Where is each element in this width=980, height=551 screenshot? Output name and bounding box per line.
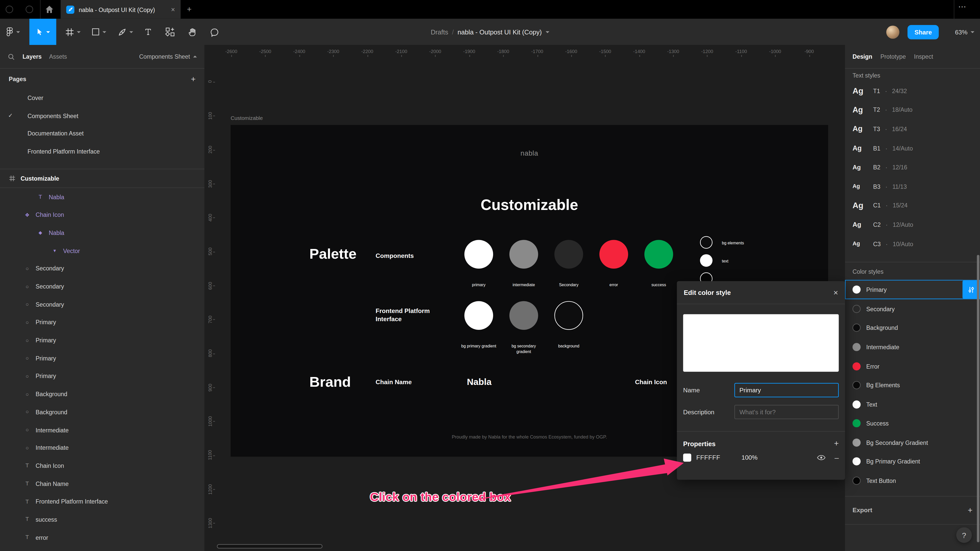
main-menu-button[interactable] xyxy=(6,19,20,45)
swatch-label[interactable]: bg elements xyxy=(722,240,744,245)
layer-list-item[interactable]: T Nabla xyxy=(0,188,204,206)
window-control-icon[interactable] xyxy=(6,6,13,13)
palette-section-title[interactable]: Palette xyxy=(309,245,356,262)
swatch-label[interactable]: bg secondary gradient xyxy=(505,343,542,354)
panel-tab[interactable]: Prototype xyxy=(880,53,906,60)
name-input[interactable] xyxy=(735,383,839,397)
text-style-row[interactable]: Ag T3 · 16/24 xyxy=(845,119,980,138)
color-style-row[interactable]: Bg Secondary Gradient xyxy=(845,433,980,452)
page-list-item[interactable]: Cover xyxy=(0,89,204,106)
sheet-title[interactable]: Customizable xyxy=(231,196,828,214)
text-style-row[interactable]: Ag T2 · 18/Auto xyxy=(845,100,980,119)
nabla-logo-text[interactable]: nabla xyxy=(231,149,828,157)
zoom-control[interactable]: 63% xyxy=(955,28,974,35)
window-control-icon[interactable] xyxy=(25,6,33,13)
layer-list-item[interactable]: ○ Primary xyxy=(0,313,204,331)
layer-list-item[interactable]: T error xyxy=(0,528,204,546)
color-swatch-circle[interactable] xyxy=(600,240,628,268)
shape-tool-button[interactable] xyxy=(91,19,107,45)
layer-list-item[interactable]: T Chain Name xyxy=(0,475,204,492)
color-style-row[interactable]: Error xyxy=(845,357,980,376)
page-selector[interactable]: Components Sheet xyxy=(139,53,197,60)
swatch-label[interactable]: intermediate xyxy=(505,282,542,287)
brand-section-title[interactable]: Brand xyxy=(309,373,351,390)
chain-name-label[interactable]: Chain Name xyxy=(375,379,412,386)
color-style-row[interactable]: Primary xyxy=(845,280,980,299)
layer-list-item[interactable]: ○ Primary xyxy=(0,349,204,367)
layer-list-item[interactable]: ▾ Vector xyxy=(0,241,204,259)
hex-value[interactable]: FFFFFF xyxy=(696,454,720,461)
page-list-item[interactable]: Frontend Platform Interface xyxy=(0,143,204,160)
layer-list-item[interactable]: ○ Background xyxy=(0,385,204,403)
layer-list-item[interactable]: ○ Secondary xyxy=(0,260,204,278)
color-style-row[interactable]: Text Button xyxy=(845,471,980,490)
layer-list-item[interactable]: T success xyxy=(0,510,204,528)
share-button[interactable]: Share xyxy=(907,25,939,39)
palette-components-label[interactable]: Components xyxy=(375,252,414,259)
text-style-row[interactable]: Ag C2 · 12/Auto xyxy=(845,215,980,234)
description-input[interactable] xyxy=(735,405,839,419)
swatch-label[interactable]: primary xyxy=(460,282,497,287)
chevron-down-icon[interactable] xyxy=(546,31,549,33)
color-swatch-circle[interactable] xyxy=(554,240,583,268)
text-style-row[interactable]: Ag T1 · 24/32 xyxy=(845,81,980,100)
layer-list-item[interactable]: T Frontend Platform Interface xyxy=(0,492,204,510)
page-list-item[interactable]: Documentation Asset xyxy=(0,124,204,142)
search-icon[interactable] xyxy=(7,53,15,60)
frame-canvas-label[interactable]: Customizable xyxy=(231,115,263,121)
page-list-item[interactable]: ✓ Components Sheet xyxy=(0,106,204,124)
text-style-row[interactable]: Ag C1 · 15/24 xyxy=(845,196,980,215)
add-page-icon[interactable]: + xyxy=(191,75,196,83)
panel-scrollbar[interactable] xyxy=(977,255,980,542)
layer-list-item[interactable]: ○ Intermediate xyxy=(0,439,204,457)
text-style-row[interactable]: Ag B2 · 12/16 xyxy=(845,158,980,177)
add-export-icon[interactable]: + xyxy=(968,507,973,514)
pen-tool-button[interactable] xyxy=(118,19,133,45)
swatch-label[interactable]: error xyxy=(595,282,632,287)
tab-assets[interactable]: Assets xyxy=(49,53,67,60)
swatch-label[interactable]: background xyxy=(550,343,587,349)
color-style-row[interactable]: Bg Primary Gradient xyxy=(845,452,980,471)
layer-list-item[interactable]: ○ Primary xyxy=(0,331,204,349)
layer-list-item[interactable]: ○ Intermediate xyxy=(0,421,204,439)
chain-name-value[interactable]: Nabla xyxy=(467,377,492,387)
text-style-row[interactable]: Ag B3 · 11/13 xyxy=(845,177,980,196)
layer-list-item[interactable]: ◆ Nabla xyxy=(0,224,204,241)
layer-list-item[interactable]: ○ Secondary xyxy=(0,278,204,295)
color-swatch-circle[interactable] xyxy=(554,301,583,330)
layer-list-item[interactable]: ❖ Chain Icon xyxy=(0,206,204,224)
swatch-label[interactable]: text xyxy=(722,259,729,263)
hand-tool-button[interactable] xyxy=(188,19,197,45)
swatch-label[interactable]: bg primary gradient xyxy=(460,343,497,349)
add-property-icon[interactable]: + xyxy=(834,439,839,448)
color-swatch-circle[interactable] xyxy=(700,254,713,267)
color-style-row[interactable]: Intermediate xyxy=(845,338,980,357)
frame-tool-button[interactable] xyxy=(65,19,81,45)
swatch-label[interactable]: Secondary xyxy=(550,282,587,287)
text-style-row[interactable]: Ag B1 · 14/Auto xyxy=(845,138,980,158)
move-tool-button[interactable] xyxy=(29,19,56,45)
color-preview-swatch[interactable] xyxy=(683,314,839,372)
eye-icon[interactable] xyxy=(817,455,826,460)
window-menu-icon[interactable]: ⋯ xyxy=(958,2,967,11)
layer-list-item[interactable]: T Chain Icon xyxy=(0,457,204,475)
text-style-row[interactable]: Ag C3 · 10/Auto xyxy=(845,234,980,253)
color-style-row[interactable]: Success xyxy=(845,414,980,433)
chain-icon-label[interactable]: Chain Icon xyxy=(635,379,667,386)
panel-tab[interactable]: Inspect xyxy=(914,53,933,60)
layer-list-item[interactable]: ○ Primary xyxy=(0,367,204,385)
color-swatch-circle[interactable] xyxy=(509,240,538,268)
help-button[interactable]: ? xyxy=(956,527,972,543)
color-swatch-circle[interactable] xyxy=(644,240,673,268)
color-style-row[interactable]: Text xyxy=(845,395,980,414)
color-swatch-circle[interactable] xyxy=(465,240,493,268)
color-style-row[interactable]: Background xyxy=(845,318,980,338)
layer-list-item[interactable]: ○ Background xyxy=(0,403,204,421)
color-style-row[interactable]: Secondary xyxy=(845,299,980,318)
color-style-row[interactable]: Bg Elements xyxy=(845,376,980,395)
color-swatch-circle[interactable] xyxy=(509,301,538,330)
new-tab-icon[interactable]: + xyxy=(187,5,192,13)
file-tab[interactable]: nabla - Outpost UI Kit (Copy) × xyxy=(61,0,181,19)
close-tab-icon[interactable]: × xyxy=(171,6,175,13)
component-tool-button[interactable] xyxy=(165,19,175,45)
